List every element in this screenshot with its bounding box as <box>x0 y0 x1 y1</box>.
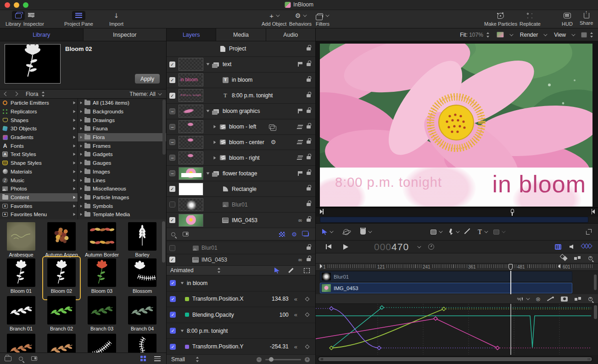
animated-dropdown[interactable]: Animated <box>170 267 194 274</box>
new-folder-icon[interactable] <box>5 356 11 361</box>
make-particles-button[interactable]: Make Particles <box>484 11 517 27</box>
zoom-window-button[interactable] <box>23 2 28 8</box>
activation-checkbox[interactable] <box>169 155 175 161</box>
activation-checkbox[interactable] <box>169 202 175 207</box>
zoom-slider[interactable] <box>265 359 301 360</box>
lanes-scrollbar[interactable] <box>594 274 597 290</box>
folder-frames[interactable]: Frames <box>78 141 166 150</box>
keyframe-filter-icon[interactable] <box>562 256 567 261</box>
mini-timeline-clip-bar[interactable] <box>320 217 588 223</box>
folder-drawings[interactable]: Drawings <box>78 116 166 124</box>
disclosure-closed-icon[interactable] <box>213 141 216 144</box>
library-item-row4-4[interactable] <box>122 334 162 353</box>
category-particle-emitters[interactable]: Particle Emitters <box>0 99 78 107</box>
folder-flora-selected[interactable]: Flora <box>78 133 166 142</box>
zoom-out-icon[interactable]: − <box>257 357 262 362</box>
lock-icon[interactable] <box>307 218 311 222</box>
activation-checkbox[interactable] <box>169 139 175 145</box>
parameter-checkbox[interactable] <box>170 344 176 350</box>
size-dropdown[interactable]: Small <box>171 356 185 363</box>
folder-gauges[interactable]: Gauges <box>78 159 166 168</box>
library-item-branch-02[interactable]: Branch 02 <box>41 296 82 331</box>
playhead-marker[interactable] <box>509 264 513 270</box>
folder-particle-images[interactable]: Particle Images <box>78 193 166 202</box>
folder-symbols[interactable]: Symbols <box>78 202 166 210</box>
category-favorites-menu[interactable]: ★Favorites Menu <box>0 210 78 219</box>
zoom-level-value[interactable]: 107% <box>469 32 483 38</box>
activation-checkbox[interactable] <box>169 257 175 263</box>
layer-row-flower-footage[interactable]: flower footage <box>167 166 315 181</box>
disclosure-closed-icon[interactable] <box>213 125 216 129</box>
bezier-tool[interactable] <box>448 229 458 235</box>
timecode-display[interactable]: 000470 <box>374 241 409 252</box>
apply-button[interactable]: Apply <box>135 74 160 84</box>
add-keyframe-icon[interactable] <box>305 313 310 317</box>
library-item-autumn-aspen[interactable]: Autumn Aspen <box>41 222 82 258</box>
preview-pane-icon[interactable] <box>183 232 189 236</box>
category-materials[interactable]: Materials <box>0 168 78 176</box>
lock-icon[interactable] <box>307 125 311 129</box>
slider-thumb[interactable] <box>269 357 274 362</box>
category-gradients[interactable]: Gradients <box>0 133 78 142</box>
lock-icon[interactable] <box>307 258 311 261</box>
minimize-window-button[interactable] <box>14 2 19 8</box>
previous-frame-button[interactable] <box>326 244 331 249</box>
view-menu[interactable]: View <box>554 32 566 38</box>
import-button[interactable]: ↓ Import <box>109 11 123 27</box>
category-shape-styles[interactable]: Shape Styles <box>0 159 78 168</box>
library-item-row4-1[interactable] <box>1 334 41 353</box>
activation-checkbox[interactable] <box>169 186 175 192</box>
lock-icon[interactable] <box>307 187 311 190</box>
scrollbar-thumb[interactable] <box>319 357 592 361</box>
parameter-checkbox[interactable] <box>170 328 176 334</box>
library-item-bloom-03[interactable]: Bloom 03 <box>82 258 122 294</box>
tab-inspector[interactable]: Inspector <box>84 28 167 41</box>
layer-row-blur01[interactable]: Blur01 <box>167 197 315 213</box>
add-keyframe-icon[interactable] <box>305 344 310 349</box>
parameter-value[interactable]: 134.83 <box>272 296 289 302</box>
show-masks-icon[interactable] <box>279 232 285 237</box>
category-music[interactable]: ♪Music <box>0 176 78 185</box>
folder-template-media[interactable]: Template Media <box>78 210 166 219</box>
stepper-icon[interactable] <box>218 268 221 273</box>
activation-checkbox[interactable] <box>169 62 175 67</box>
out-point-marker[interactable] <box>558 264 560 269</box>
parameter-checkbox[interactable] <box>170 312 176 318</box>
paint-stroke-tool-icon[interactable] <box>465 229 471 235</box>
keyframe-zoom-icon[interactable] <box>588 297 592 301</box>
library-item-autumn-border[interactable]: Autumn Border <box>82 222 122 258</box>
layer-row-rectangle[interactable]: Rectangle <box>167 181 315 197</box>
timeline-row-blur01[interactable]: Blur01 <box>167 242 315 254</box>
audio-waveform-menu[interactable] <box>517 297 529 302</box>
lock-icon[interactable] <box>307 172 311 175</box>
show-behaviors-icon[interactable]: ⚙ <box>291 231 297 237</box>
parameter-checkbox[interactable] <box>170 296 176 302</box>
project-pane-button[interactable]: Project Pane <box>64 11 93 27</box>
layer-row-img-0453[interactable]: IMG_0453 ∞ <box>167 213 315 228</box>
folder-all[interactable]: All (1346 items) <box>78 99 166 107</box>
category-3d-objects[interactable]: 3D Objects <box>0 124 78 133</box>
behavior-gear-icon[interactable]: ⚙ <box>271 139 276 146</box>
forward-icon[interactable] <box>14 92 18 96</box>
activation-checkbox[interactable] <box>169 124 175 130</box>
activation-checkbox[interactable] <box>169 108 175 114</box>
category-replicators[interactable]: Replicators <box>0 107 78 116</box>
search-icon[interactable] <box>171 232 175 236</box>
library-item-row4-2[interactable] <box>41 334 82 353</box>
zoom-stepper-icon[interactable] <box>486 32 490 38</box>
layer-row-8pm-tonight[interactable]: T 8:00 p.m. tonight <box>167 88 315 104</box>
filters-button[interactable]: Filters <box>314 11 331 27</box>
play-range-in-icon[interactable] <box>320 209 323 214</box>
share-button[interactable]: Share <box>580 10 593 26</box>
library-item-bloom-01[interactable]: Bloom 01 <box>1 258 41 294</box>
library-item-branch-04[interactable]: Branch 04 <box>122 296 162 331</box>
location-stepper-icon[interactable] <box>42 91 45 97</box>
back-icon[interactable] <box>4 92 9 96</box>
clear-curve-icon[interactable]: ⊗ <box>536 296 541 302</box>
publish-icon[interactable] <box>298 171 302 176</box>
kf-group-in-bloom[interactable]: in bloom <box>167 275 315 291</box>
parameter-value[interactable]: -254.31 <box>270 343 289 350</box>
folder-backgrounds[interactable]: Backgrounds <box>78 107 166 116</box>
tab-media[interactable]: Media <box>216 28 266 41</box>
layer-row-project[interactable]: Project <box>167 41 315 57</box>
